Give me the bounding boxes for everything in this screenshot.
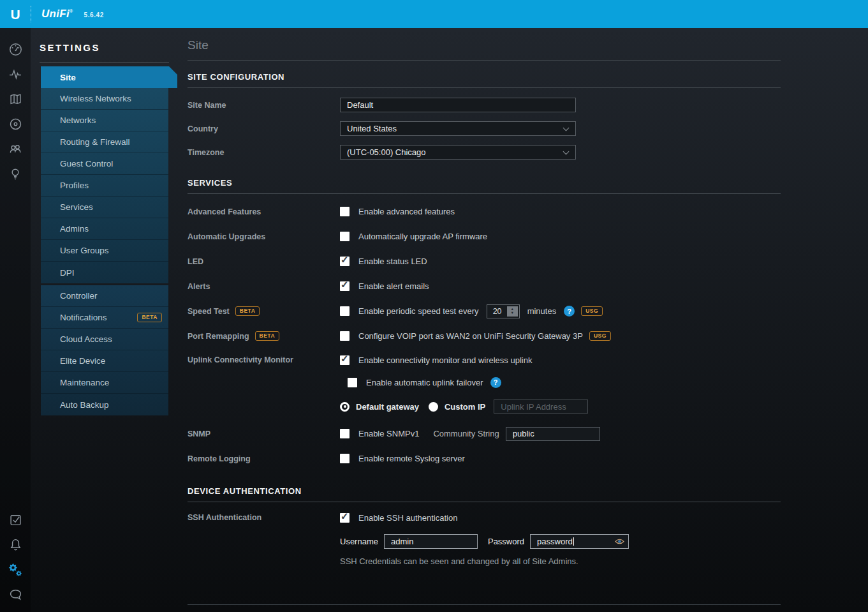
sidebar-item-label: Wireless Networks xyxy=(60,94,131,103)
sidebar-item-cloud-access[interactable]: Cloud Access xyxy=(41,329,168,350)
row-label-text: Automatic Upgrades xyxy=(188,232,265,241)
remote-logging-checkbox[interactable] xyxy=(340,454,349,463)
sidebar-item-profiles[interactable]: Profiles xyxy=(41,175,168,197)
insights-icon[interactable] xyxy=(3,161,28,186)
divider xyxy=(40,62,169,63)
led-label: LED xyxy=(188,257,340,266)
automatic-upgrades-label: Automatic Upgrades xyxy=(188,232,340,241)
country-label: Country xyxy=(188,124,340,133)
ssh-credentials-row: Username Password password xyxy=(340,534,781,549)
sidebar-item-routing-firewall[interactable]: Routing & Firewall xyxy=(41,131,168,153)
timezone-row: Timezone (UTC-05:00) Chicago xyxy=(188,140,781,164)
uplink-monitor-row: Uplink Connectivity Monitor Enable conne… xyxy=(188,351,781,369)
automatic-upgrades-checkbox[interactable] xyxy=(340,232,349,241)
icon-rail xyxy=(0,28,31,612)
country-selected-value: United States xyxy=(347,124,397,133)
number-stepper[interactable]: ▲▼ xyxy=(507,306,518,317)
sidebar-item-elite-device[interactable]: Elite Device xyxy=(41,350,168,372)
ubiquiti-logo[interactable]: U xyxy=(0,0,31,28)
speed-test-label: Speed TestBETA xyxy=(188,306,340,316)
password-input[interactable]: password xyxy=(530,534,629,549)
chevron-down-icon xyxy=(563,125,570,131)
ssh-credentials-note: SSH Credentials can be seen and changed … xyxy=(340,556,781,566)
sidebar-item-wireless-networks[interactable]: Wireless Networks xyxy=(41,88,168,110)
uplink-monitor-checkbox[interactable] xyxy=(340,355,349,365)
led-checkbox[interactable] xyxy=(340,257,349,266)
settings-icon[interactable] xyxy=(3,557,28,582)
uplink-ip-input[interactable] xyxy=(494,399,588,414)
advanced-features-checkbox-label: Enable advanced features xyxy=(358,207,455,216)
row-label-text: Speed Test xyxy=(188,307,230,316)
divider xyxy=(188,502,781,502)
alerts-label: Alerts xyxy=(188,282,340,291)
sidebar-item-services[interactable]: Services xyxy=(41,197,168,218)
divider xyxy=(188,60,781,61)
clients-icon[interactable] xyxy=(3,137,28,161)
sidebar-item-site[interactable]: Site xyxy=(41,66,177,88)
sidebar-item-controller[interactable]: Controller xyxy=(41,285,168,307)
events-icon[interactable] xyxy=(3,507,28,532)
text-cursor xyxy=(573,537,574,546)
row-label-text: Uplink Connectivity Monitor xyxy=(188,355,293,364)
sidebar-item-admins[interactable]: Admins xyxy=(41,218,168,240)
uplink-failover-row: Enable automatic uplink failover ? xyxy=(340,374,781,391)
country-select[interactable]: United States xyxy=(340,121,576,136)
site-name-label: Site Name xyxy=(188,101,340,110)
rail-bottom-group xyxy=(3,507,28,612)
custom-ip-radio-label: Custom IP xyxy=(445,402,485,412)
alerts-icon[interactable] xyxy=(3,532,28,557)
advanced-features-checkbox[interactable] xyxy=(340,207,349,216)
sidebar-item-label: Admins xyxy=(60,224,89,234)
dashboard-icon[interactable] xyxy=(3,37,28,62)
sidebar-item-dpi[interactable]: DPI xyxy=(41,262,168,283)
timezone-select[interactable]: (UTC-05:00) Chicago xyxy=(340,145,576,160)
main-panel: Site SITE CONFIGURATION Site Name Countr… xyxy=(188,28,868,612)
default-gateway-radio[interactable] xyxy=(340,402,349,412)
ssh-authentication-checkbox[interactable] xyxy=(340,513,349,523)
sidebar-item-label: Routing & Firewall xyxy=(60,137,130,147)
help-icon[interactable]: ? xyxy=(564,306,575,317)
sidebar-item-networks[interactable]: Networks xyxy=(41,110,168,131)
help-icon[interactable]: ? xyxy=(490,377,501,388)
divider xyxy=(188,604,781,605)
divider xyxy=(188,87,781,88)
sidebar-item-guest-control[interactable]: Guest Control xyxy=(41,153,168,175)
unifi-brand: UniFi® xyxy=(41,8,73,20)
sidebar-item-user-groups[interactable]: User Groups xyxy=(41,240,168,262)
usg-badge: USG xyxy=(581,306,603,316)
custom-ip-radio[interactable] xyxy=(429,402,438,412)
led-checkbox-label: Enable status LED xyxy=(358,257,427,266)
automatic-upgrades-row: Automatic Upgrades Automatically upgrade… xyxy=(188,224,781,249)
uplink-monitor-block: Uplink Connectivity Monitor Enable conne… xyxy=(188,351,781,416)
community-string-input[interactable] xyxy=(506,427,600,441)
advanced-features-row: Advanced Features Enable advanced featur… xyxy=(188,199,781,224)
sidebar-item-auto-backup[interactable]: Auto Backup xyxy=(41,394,168,415)
sidebar-item-label: Networks xyxy=(60,116,96,125)
sidebar-item-notifications[interactable]: NotificationsBETA xyxy=(41,307,168,329)
sidebar-item-maintenance[interactable]: Maintenance xyxy=(41,372,168,394)
row-label-text: LED xyxy=(188,257,203,266)
chat-icon[interactable] xyxy=(3,582,28,607)
uplink-failover-checkbox[interactable] xyxy=(348,378,357,387)
chevron-down-icon xyxy=(563,149,570,155)
show-password-icon[interactable] xyxy=(615,538,624,545)
username-input[interactable] xyxy=(384,534,478,549)
port-remapping-checkbox[interactable] xyxy=(340,331,349,341)
statistics-icon[interactable] xyxy=(3,62,28,87)
alerts-checkbox[interactable] xyxy=(340,281,349,291)
snmp-row: SNMP Enable SNMPv1 Community String xyxy=(188,421,781,446)
settings-menu-group-1: Site Wireless Networks Networks Routing … xyxy=(41,66,168,283)
speed-test-checkbox[interactable] xyxy=(340,306,349,316)
snmp-checkbox-label: Enable SNMPv1 xyxy=(358,429,419,438)
alerts-checkbox-label: Enable alert emails xyxy=(358,281,429,291)
site-name-input[interactable] xyxy=(340,98,576,112)
devices-icon[interactable] xyxy=(3,112,28,137)
row-label-text: Advanced Features xyxy=(188,207,261,216)
ubiquiti-logo-letter: U xyxy=(10,8,20,21)
sidebar-item-label: Notifications xyxy=(60,313,107,322)
sidebar-item-label: Profiles xyxy=(60,181,89,190)
ssh-authentication-label: SSH Authentication xyxy=(188,513,340,522)
speed-test-interval-input[interactable]: 20 ▲▼ xyxy=(487,304,520,318)
map-icon[interactable] xyxy=(3,87,28,112)
snmp-checkbox[interactable] xyxy=(340,429,349,438)
